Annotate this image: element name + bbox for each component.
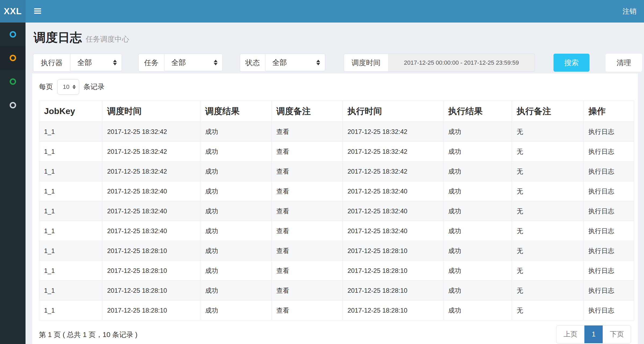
execution-log-link[interactable]: 执行日志 <box>584 162 634 181</box>
hamburger-bar <box>34 13 41 14</box>
logout-link[interactable]: 注销 <box>623 0 636 23</box>
column-header-4: 调度备注 <box>272 101 343 122</box>
handle-msg-cell: 无 <box>512 181 584 201</box>
jobkey-link[interactable]: 1_1 <box>39 301 102 320</box>
circle-icon <box>10 55 16 61</box>
hamburger-bar <box>34 10 41 12</box>
execution-log-link[interactable]: 执行日志 <box>584 221 634 241</box>
trigger-time-cell: 2017-12-25 18:32:42 <box>102 162 200 181</box>
handle-msg-cell: 无 <box>512 142 584 162</box>
table-header: JobKey调度时间调度结果调度备注执行时间执行结果执行备注操作 <box>39 101 634 122</box>
execution-log-link[interactable]: 执行日志 <box>584 122 634 142</box>
job-filter-group: 任务 全部 <box>138 54 223 72</box>
table-row: 1_12017-12-25 18:32:40成功查看2017-12-25 18:… <box>39 201 634 221</box>
circle-icon <box>10 102 16 108</box>
column-header-1: JobKey <box>39 101 102 122</box>
table-row: 1_12017-12-25 18:32:40成功查看2017-12-25 18:… <box>39 181 634 201</box>
execution-log-link[interactable]: 执行日志 <box>584 241 634 261</box>
execution-log-link[interactable]: 执行日志 <box>584 301 634 320</box>
view-trigger-msg-link[interactable]: 查看 <box>272 301 343 320</box>
view-trigger-msg-link[interactable]: 查看 <box>272 261 343 281</box>
execution-log-link[interactable]: 执行日志 <box>584 261 634 281</box>
job-filter-label: 任务 <box>138 54 164 72</box>
view-trigger-msg-link[interactable]: 查看 <box>272 221 343 241</box>
table-row: 1_12017-12-25 18:28:10成功查看2017-12-25 18:… <box>39 301 634 320</box>
handle-result-cell: 成功 <box>443 201 512 221</box>
sidebar-toggle-hamburger-icon[interactable] <box>34 8 41 14</box>
clear-button[interactable]: 清理 <box>606 54 642 72</box>
sidebar-item-2[interactable] <box>0 46 26 70</box>
handle-time-cell: 2017-12-25 18:32:42 <box>343 142 443 162</box>
table-row: 1_12017-12-25 18:32:42成功查看2017-12-25 18:… <box>39 142 634 162</box>
handle-msg-cell: 无 <box>512 261 584 281</box>
executor-select[interactable]: 全部 <box>70 54 122 71</box>
execution-log-link[interactable]: 执行日志 <box>584 181 634 201</box>
handle-result-cell: 成功 <box>443 301 512 320</box>
jobkey-link[interactable]: 1_1 <box>39 201 102 221</box>
jobkey-link[interactable]: 1_1 <box>39 281 102 301</box>
handle-result-cell: 成功 <box>443 142 512 162</box>
jobkey-link[interactable]: 1_1 <box>39 261 102 281</box>
time-range-input[interactable] <box>388 54 535 72</box>
handle-time-cell: 2017-12-25 18:28:10 <box>343 241 443 261</box>
brand-logo[interactable]: XXL <box>0 0 26 23</box>
jobkey-link[interactable]: 1_1 <box>39 162 102 181</box>
status-filter-label: 状态 <box>240 54 265 72</box>
jobkey-link[interactable]: 1_1 <box>39 221 102 241</box>
status-select[interactable]: 全部 <box>265 54 325 71</box>
jobkey-link[interactable]: 1_1 <box>39 122 102 142</box>
jobkey-link[interactable]: 1_1 <box>39 181 102 201</box>
sidebar-item-1[interactable] <box>0 23 26 46</box>
time-filter-group: 调度时间 <box>344 54 535 72</box>
view-trigger-msg-link[interactable]: 查看 <box>272 162 343 181</box>
sidebar-item-3[interactable] <box>0 70 26 93</box>
search-button[interactable]: 搜索 <box>553 54 589 72</box>
job-select[interactable]: 全部 <box>164 54 223 71</box>
sidebar-item-4[interactable] <box>0 93 26 117</box>
view-trigger-msg-link[interactable]: 查看 <box>272 281 343 301</box>
content-area: 调度日志任务调度中心 执行器 全部 任务 全部 状态 全部 <box>26 23 644 344</box>
sidebar-nav <box>0 23 26 344</box>
handle-result-cell: 成功 <box>443 181 512 201</box>
table-row: 1_12017-12-25 18:28:10成功查看2017-12-25 18:… <box>39 261 634 281</box>
view-trigger-msg-link[interactable]: 查看 <box>272 122 343 142</box>
page-length-select[interactable]: 10 <box>57 79 79 95</box>
select-updown-icon <box>316 60 320 65</box>
jobkey-link[interactable]: 1_1 <box>39 241 102 261</box>
executor-filter-group: 执行器 全部 <box>33 54 122 72</box>
pagination-info: 第 1 页 ( 总共 1 页，10 条记录 ) <box>39 330 138 339</box>
trigger-result-cell: 成功 <box>200 142 272 162</box>
current-page-button[interactable]: 1 <box>584 325 603 343</box>
column-header-6: 执行结果 <box>443 101 512 122</box>
top-navbar: XXL 注销 <box>0 0 644 23</box>
view-trigger-msg-link[interactable]: 查看 <box>272 181 343 201</box>
prev-page-button[interactable]: 上页 <box>556 325 584 343</box>
circle-icon <box>10 78 16 85</box>
execution-log-link[interactable]: 执行日志 <box>584 281 634 301</box>
trigger-result-cell: 成功 <box>200 261 272 281</box>
trigger-time-cell: 2017-12-25 18:32:40 <box>102 181 200 201</box>
view-trigger-msg-link[interactable]: 查看 <box>272 142 343 162</box>
page-subtitle: 任务调度中心 <box>86 35 129 43</box>
job-select-value: 全部 <box>171 58 186 67</box>
execution-log-link[interactable]: 执行日志 <box>584 142 634 162</box>
view-trigger-msg-link[interactable]: 查看 <box>272 201 343 221</box>
table-row: 1_12017-12-25 18:32:40成功查看2017-12-25 18:… <box>39 221 634 241</box>
handle-msg-cell: 无 <box>512 162 584 181</box>
handle-result-cell: 成功 <box>443 241 512 261</box>
handle-msg-cell: 无 <box>512 221 584 241</box>
column-header-2: 调度时间 <box>102 101 200 122</box>
trigger-time-cell: 2017-12-25 18:32:42 <box>102 142 200 162</box>
page-title: 调度日志任务调度中心 <box>34 30 129 46</box>
handle-time-cell: 2017-12-25 18:28:10 <box>343 261 443 281</box>
view-trigger-msg-link[interactable]: 查看 <box>272 241 343 261</box>
trigger-time-cell: 2017-12-25 18:28:10 <box>102 301 200 320</box>
dispatch-log-table: JobKey调度时间调度结果调度备注执行时间执行结果执行备注操作 1_12017… <box>39 101 634 320</box>
execution-log-link[interactable]: 执行日志 <box>584 201 634 221</box>
page-length-value: 10 <box>63 83 69 90</box>
column-header-8: 操作 <box>584 101 634 122</box>
trigger-result-cell: 成功 <box>200 221 272 241</box>
trigger-result-cell: 成功 <box>200 201 272 221</box>
next-page-button[interactable]: 下页 <box>603 325 631 343</box>
jobkey-link[interactable]: 1_1 <box>39 142 102 162</box>
